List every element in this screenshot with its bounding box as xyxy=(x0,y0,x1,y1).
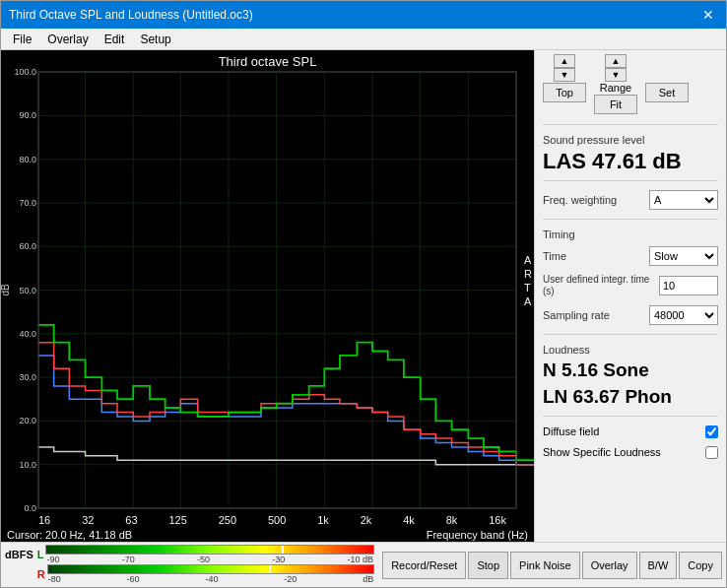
stop-button[interactable]: Stop xyxy=(468,552,508,579)
x-axis-labels: 16 32 63 125 250 500 1k 2k 4k 8k 16k xyxy=(1,512,534,528)
time-label: Time xyxy=(543,250,649,262)
user-integr-label: User defined integr. time (s) xyxy=(543,274,651,297)
tick-30: -30 xyxy=(272,555,285,564)
action-buttons: Record/Reset Stop Pink Noise Overlay B/W… xyxy=(378,543,726,587)
record-reset-button[interactable]: Record/Reset xyxy=(382,552,466,579)
tick-10db: -10 dB xyxy=(348,555,374,564)
time-row: Time Fast Slow Impulse Leq xyxy=(543,246,718,266)
chart-footer: Cursor: 20.0 Hz, 41.18 dB Frequency band… xyxy=(1,528,534,542)
top-nav-group: ▲ ▼ Top xyxy=(543,54,586,115)
menu-bar: File Overlay Edit Setup xyxy=(1,29,726,50)
tick-60: -60 xyxy=(127,574,140,584)
menu-edit[interactable]: Edit xyxy=(97,31,133,47)
copy-button[interactable]: Copy xyxy=(679,552,722,579)
x-label-63: 63 xyxy=(125,514,137,526)
diffuse-field-checkbox[interactable] xyxy=(705,425,718,438)
time-select[interactable]: Fast Slow Impulse Leq xyxy=(649,246,718,266)
x-label-16: 16 xyxy=(38,514,50,526)
range-nav-group: ▲ ▼ Range Fit xyxy=(594,54,637,115)
spl-value: LAS 47.61 dB xyxy=(543,150,718,173)
close-button[interactable]: ✕ xyxy=(698,7,718,23)
dbfs-row-1: dBFS L -90 -70 -50 -30 -10 dB xyxy=(5,545,374,564)
diffuse-field-label: Diffuse field xyxy=(543,425,599,437)
set-nav-group: Set xyxy=(645,54,689,115)
dbfs-bar-1: -90 -70 -50 -30 -10 dB xyxy=(45,545,374,564)
divider-3 xyxy=(543,219,718,220)
user-integr-row: User defined integr. time (s) xyxy=(543,274,718,297)
sampling-rate-row: Sampling rate 44100 48000 96000 xyxy=(543,305,718,325)
tick-90: -90 xyxy=(46,555,59,564)
overlay-button[interactable]: Overlay xyxy=(582,552,637,579)
user-integr-input[interactable] xyxy=(659,276,718,295)
right-panel: ▲ ▼ Top ▲ ▼ Range Fit xyxy=(534,50,726,542)
x-label-1k: 1k xyxy=(317,514,329,526)
freq-weighting-label: Freq. weighting xyxy=(543,194,649,206)
chart-title: Third octave SPL xyxy=(1,50,534,71)
title-bar: Third Octave SPL and Loudness (Untitled.… xyxy=(1,1,726,29)
range-up-button[interactable]: ▲ xyxy=(605,54,627,68)
timing-label: Timing xyxy=(543,229,718,240)
show-specific-row: Show Specific Loudness xyxy=(543,446,718,459)
dbfs-label: dBFS xyxy=(5,549,33,560)
bottom-area: dBFS L -90 -70 -50 -30 -10 dB dBFS xyxy=(1,542,726,587)
r-label: R xyxy=(37,568,45,580)
tick-db: dB xyxy=(363,574,373,584)
main-window: Third Octave SPL and Loudness (Untitled.… xyxy=(0,0,727,588)
x-axis-unit: Frequency band (Hz) xyxy=(427,529,528,541)
loudness-N: N 5.16 Sone xyxy=(543,359,718,382)
x-label-2k: 2k xyxy=(361,514,372,526)
nav-controls: ▲ ▼ Top ▲ ▼ Range Fit xyxy=(543,54,718,115)
menu-setup[interactable]: Setup xyxy=(132,31,178,47)
tick-50: -50 xyxy=(197,555,210,564)
tick-20: -20 xyxy=(284,574,297,584)
menu-file[interactable]: File xyxy=(5,31,39,47)
top-label[interactable]: Top xyxy=(543,83,586,102)
window-title: Third Octave SPL and Loudness (Untitled.… xyxy=(9,8,253,22)
x-label-16k: 16k xyxy=(489,514,506,526)
tick-80: -80 xyxy=(48,574,61,584)
main-content: Third octave SPL ARTA 16 32 63 125 250 5… xyxy=(1,50,726,542)
x-label-250: 250 xyxy=(219,514,236,526)
top-down-button[interactable]: ▼ xyxy=(554,68,575,82)
sampling-rate-select[interactable]: 44100 48000 96000 xyxy=(649,305,718,325)
freq-weighting-select[interactable]: A B C Z xyxy=(649,190,718,210)
divider-1 xyxy=(543,124,718,125)
fit-button[interactable]: Fit xyxy=(594,95,637,114)
loudness-LN: LN 63.67 Phon xyxy=(543,386,718,409)
arta-label: ARTA xyxy=(524,253,532,309)
tick-70: -70 xyxy=(122,555,135,564)
dbfs-row-2: dBFS R -80 -60 -40 -20 dB xyxy=(5,564,374,584)
sampling-rate-label: Sampling rate xyxy=(543,309,649,321)
diffuse-field-row: Diffuse field xyxy=(543,425,718,438)
set-button[interactable]: Set xyxy=(645,83,689,102)
divider-5 xyxy=(543,416,718,417)
x-label-8k: 8k xyxy=(446,514,458,526)
range-down-button[interactable]: ▼ xyxy=(605,68,627,82)
x-label-4k: 4k xyxy=(403,514,415,526)
l-label: L xyxy=(37,549,44,560)
loudness-label: Loudness xyxy=(543,344,718,356)
chart-canvas xyxy=(1,50,534,512)
cursor-text: Cursor: 20.0 Hz, 41.18 dB xyxy=(7,529,132,541)
range-label: Range xyxy=(600,82,631,94)
freq-weighting-row: Freq. weighting A B C Z xyxy=(543,190,718,210)
bw-button[interactable]: B/W xyxy=(639,552,678,579)
divider-4 xyxy=(543,334,718,335)
tick-40: -40 xyxy=(205,574,218,584)
divider-2 xyxy=(543,180,718,181)
dbfs-bar-2: -80 -60 -40 -20 dB xyxy=(47,564,374,584)
pink-noise-button[interactable]: Pink Noise xyxy=(510,552,580,579)
x-label-125: 125 xyxy=(168,514,186,526)
dbfs-section: dBFS L -90 -70 -50 -30 -10 dB dBFS xyxy=(1,543,378,587)
menu-overlay[interactable]: Overlay xyxy=(39,31,96,47)
x-label-500: 500 xyxy=(268,514,286,526)
x-label-32: 32 xyxy=(82,514,94,526)
top-up-button[interactable]: ▲ xyxy=(554,54,575,68)
chart-area: Third octave SPL ARTA 16 32 63 125 250 5… xyxy=(1,50,534,542)
range-nav-btn-pair: ▲ ▼ xyxy=(605,54,627,82)
show-specific-checkbox[interactable] xyxy=(705,446,718,459)
top-nav-btn-pair: ▲ ▼ xyxy=(554,54,575,82)
show-specific-label: Show Specific Loudness xyxy=(543,446,661,458)
spl-section-label: Sound pressure level xyxy=(543,134,718,146)
chart-canvas-wrap: ARTA xyxy=(1,50,534,512)
